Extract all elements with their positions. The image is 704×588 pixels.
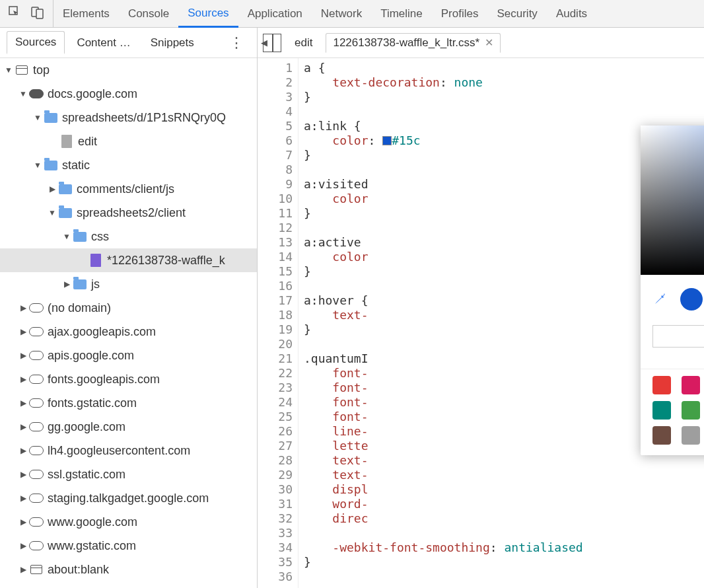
panel-tabs: ElementsConsoleSourcesApplicationNetwork…	[53, 0, 596, 27]
inspect-icon[interactable]	[8, 5, 22, 22]
panel-tab-network[interactable]: Network	[312, 0, 371, 27]
tree-label: ajax.googleapis.com	[48, 325, 156, 339]
tree-label: top	[33, 63, 50, 77]
tree-row-folder[interactable]: ▼static	[0, 153, 257, 177]
tree-label: lh4.googleusercontent.com	[48, 444, 190, 458]
code-body: 1234567891011121314151617181920212223242…	[258, 58, 704, 588]
tree-row-domain[interactable]: ▼docs.google.com	[0, 82, 257, 106]
editor-tab-label: 1226138738-waffle_k_ltr.css*	[333, 36, 479, 50]
tree-label: gg.google.com	[48, 420, 125, 434]
tree-row-folder[interactable]: ▼spreadsheets/d/1P1sRNQry0Q	[0, 106, 257, 129]
tree-label: comments/client/js	[77, 182, 174, 196]
tree-row-domain[interactable]: ▶(no domain)	[0, 296, 257, 320]
more-icon[interactable]: ⋮	[223, 34, 250, 52]
hex-label: HEX	[652, 350, 704, 361]
palette-swatch[interactable]	[682, 426, 700, 445]
tree-label: edit	[78, 135, 97, 149]
panel-tab-elements[interactable]: Elements	[53, 0, 119, 27]
panel-tab-security[interactable]: Security	[487, 0, 546, 27]
file-tree: ▼top ▼docs.google.com ▼spreadsheets/d/1P…	[0, 58, 257, 588]
palette-swatch[interactable]	[652, 401, 671, 420]
palette-swatch[interactable]	[682, 401, 700, 420]
tree-row-file[interactable]: edit	[0, 129, 257, 153]
panel-tab-console[interactable]: Console	[119, 0, 178, 27]
tree-row-top[interactable]: ▼top	[0, 58, 257, 82]
svg-rect-2	[36, 9, 43, 18]
line-gutter: 1234567891011121314151617181920212223242…	[258, 58, 299, 588]
panel-tab-profiles[interactable]: Profiles	[432, 0, 488, 27]
tree-label: fonts.gstatic.com	[48, 396, 137, 410]
editor-tab-edit[interactable]: edit	[288, 34, 319, 52]
tree-row-domain[interactable]: ▶fonts.googleapis.com	[0, 367, 257, 391]
tree-label: static	[62, 159, 90, 172]
hex-input[interactable]	[652, 325, 704, 348]
tree-row-domain[interactable]: ▶www.google.com	[0, 510, 257, 534]
device-toggle-icon[interactable]	[30, 5, 45, 22]
tree-row-domain[interactable]: ▶www.gstatic.com	[0, 534, 257, 558]
panel-icon-group	[0, 0, 53, 27]
tree-row-folder[interactable]: ▶comments/client/js	[0, 177, 257, 201]
tree-label: *1226138738-waffle_k	[107, 254, 225, 268]
toggle-navigator-icon[interactable]: ◀	[263, 34, 281, 52]
eyedropper-icon[interactable]	[652, 291, 668, 309]
sidebar-tab-snippets[interactable]: Snippets	[143, 32, 202, 54]
panel-tab-timeline[interactable]: Timeline	[371, 0, 432, 27]
editor-tab-css[interactable]: 1226138738-waffle_k_ltr.css* ✕	[326, 33, 501, 53]
tree-label: spreadsheets/d/1P1sRNQry0Q	[62, 111, 226, 125]
sources-sidebar: Sources Content … Snippets ⋮ ▼top ▼docs.…	[0, 28, 258, 588]
tree-label: (no domain)	[48, 301, 111, 315]
editor-area: ◀ edit 1226138738-waffle_k_ltr.css* ✕ 12…	[258, 28, 704, 588]
swatch-palette: ▲▼	[641, 369, 704, 455]
panel-tab-audits[interactable]: Audits	[547, 0, 596, 27]
tree-label: www.google.com	[48, 515, 137, 529]
tree-row-frame[interactable]: ▶about:blank	[0, 558, 257, 581]
tree-label: www.gstatic.com	[48, 539, 136, 553]
tree-row-file-selected[interactable]: *1226138738-waffle_k	[0, 248, 257, 272]
tree-row-domain[interactable]: ▶ajax.googleapis.com	[0, 320, 257, 344]
palette-swatch[interactable]	[682, 376, 700, 394]
panel-tab-sources[interactable]: Sources	[178, 0, 238, 28]
tree-row-folder[interactable]: ▶js	[0, 272, 257, 296]
tree-row-domain[interactable]: ▶staging.talkgadget.google.com	[0, 486, 257, 510]
tree-label: about:blank	[48, 563, 109, 577]
editor-tabs: ◀ edit 1226138738-waffle_k_ltr.css* ✕	[258, 28, 704, 58]
palette-swatch[interactable]	[652, 426, 671, 445]
tree-row-domain[interactable]: ▶apis.google.com	[0, 344, 257, 367]
tree-row-folder[interactable]: ▼css	[0, 225, 257, 248]
devtools-panel-bar: ElementsConsoleSourcesApplicationNetwork…	[0, 0, 704, 28]
saturation-area[interactable]	[641, 126, 704, 275]
sidebar-tab-sources[interactable]: Sources	[7, 31, 65, 54]
close-icon[interactable]: ✕	[485, 36, 493, 49]
tree-row-domain[interactable]: ▶lh4.googleusercontent.com	[0, 439, 257, 462]
tree-label: fonts.googleapis.com	[48, 373, 160, 386]
tree-label: apis.google.com	[48, 349, 134, 363]
palette-swatch[interactable]	[652, 376, 671, 394]
tree-label: css	[91, 230, 109, 244]
tree-label: js	[91, 277, 100, 291]
current-color-swatch	[680, 288, 703, 311]
tree-label: staging.talkgadget.google.com	[48, 492, 209, 505]
color-picker: HEX ▲▼ ▲▼	[641, 126, 704, 455]
tree-row-folder[interactable]: ▼spreadsheets2/client	[0, 201, 257, 225]
tree-row-domain[interactable]: ▶ssl.gstatic.com	[0, 462, 257, 486]
sidebar-tabs: Sources Content … Snippets ⋮	[0, 28, 257, 58]
main-area: Sources Content … Snippets ⋮ ▼top ▼docs.…	[0, 28, 704, 588]
tree-label: docs.google.com	[48, 87, 137, 101]
tree-label: ssl.gstatic.com	[48, 468, 125, 482]
panel-tab-application[interactable]: Application	[238, 0, 312, 27]
sidebar-tab-content[interactable]: Content …	[69, 32, 138, 54]
tree-label: spreadsheets2/client	[77, 206, 186, 220]
tree-row-domain[interactable]: ▶gg.google.com	[0, 415, 257, 439]
tree-row-domain[interactable]: ▶fonts.gstatic.com	[0, 391, 257, 415]
